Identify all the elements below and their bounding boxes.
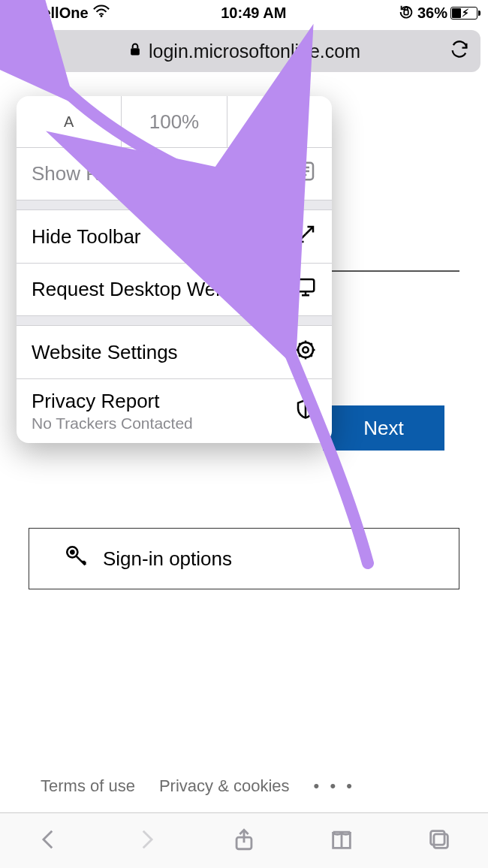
svg-line-23 [299, 343, 301, 345]
svg-point-18 [303, 347, 309, 353]
cell-signal-icon [11, 7, 27, 19]
bookmarks-button[interactable] [329, 827, 354, 855]
svg-rect-14 [297, 279, 315, 291]
privacy-report-subtitle: No Trackers Contacted [32, 414, 193, 432]
address-field[interactable]: login.microsoftonline.com [47, 41, 441, 62]
wifi-icon [93, 5, 110, 22]
key-icon [64, 544, 89, 574]
show-reader-view: Show Reader View [17, 147, 332, 200]
terms-link[interactable]: Terms of use [41, 776, 135, 796]
svg-point-0 [100, 14, 102, 17]
svg-line-25 [299, 354, 301, 357]
privacy-report[interactable]: Privacy Report No Trackers Contacted [17, 378, 332, 443]
share-button[interactable] [231, 827, 257, 855]
signin-options-label: Sign-in options [103, 547, 232, 571]
clock: 10:49 AM [221, 5, 286, 22]
lock-icon [128, 41, 143, 62]
hide-toolbar[interactable]: Hide Toolbar [17, 210, 332, 263]
url-bar[interactable]: AA login.microsoftonline.com [8, 30, 480, 72]
page-settings-aA-button[interactable]: AA [18, 40, 39, 63]
desktop-icon [294, 276, 317, 303]
website-settings[interactable]: Website Settings [17, 326, 332, 378]
next-button[interactable]: Next [323, 405, 444, 451]
safari-toolbar [0, 812, 488, 868]
more-dots-button[interactable]: • • • [314, 776, 355, 796]
forward-button [134, 827, 159, 855]
signin-options-button[interactable]: Sign-in options [29, 528, 459, 589]
privacy-link[interactable]: Privacy & cookies [159, 776, 290, 796]
url-text: login.microsoftonline.com [149, 41, 360, 62]
request-desktop-website[interactable]: Request Desktop Website [17, 263, 332, 315]
shield-icon [294, 397, 317, 425]
zoom-in-button[interactable]: A [227, 96, 332, 147]
expand-icon [294, 223, 317, 251]
refresh-button[interactable] [449, 39, 470, 63]
battery-icon: ⚡︎ [450, 7, 477, 20]
rotation-lock-icon [398, 4, 414, 24]
svg-rect-6 [434, 833, 447, 847]
page-settings-popover: A 100% A Show Reader View Hide Toolbar R… [17, 96, 332, 443]
back-button[interactable] [36, 827, 62, 855]
battery-pct: 36% [417, 5, 447, 22]
svg-line-12 [306, 227, 313, 234]
status-bar: CellOne 10:49 AM 36% ⚡︎ [0, 0, 488, 26]
input-underline [330, 270, 459, 272]
tabs-button[interactable] [426, 827, 452, 855]
svg-line-13 [298, 234, 306, 242]
zoom-level[interactable]: 100% [122, 96, 227, 147]
footer-links: Terms of use Privacy & cookies • • • [41, 776, 355, 796]
svg-rect-7 [431, 830, 444, 844]
reader-icon [294, 160, 317, 188]
zoom-out-button[interactable]: A [17, 96, 122, 147]
svg-line-26 [310, 343, 312, 345]
svg-point-4 [71, 550, 74, 553]
carrier-label: CellOne [32, 5, 89, 22]
svg-line-24 [310, 354, 312, 357]
gear-icon [294, 339, 317, 366]
svg-rect-1 [404, 10, 408, 14]
svg-rect-2 [131, 48, 140, 55]
